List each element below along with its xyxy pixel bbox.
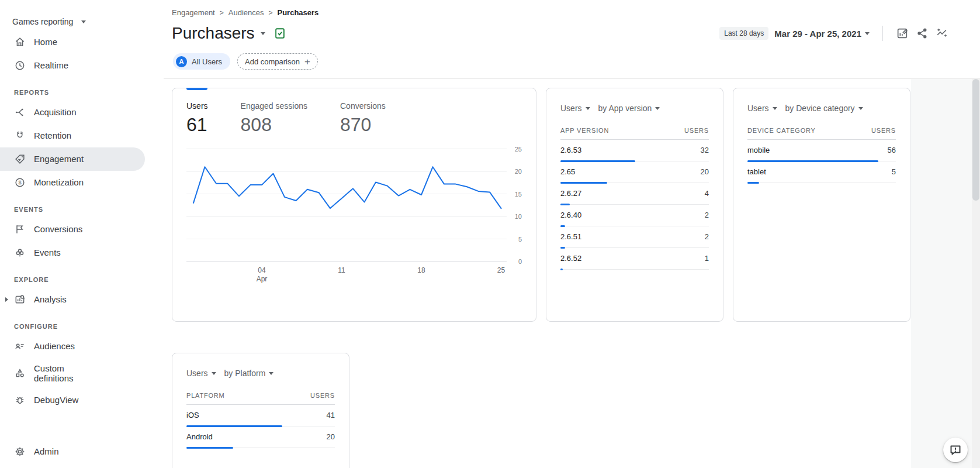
feedback-bubble-icon <box>948 443 962 457</box>
metric-label: Engaged sessions <box>241 101 307 111</box>
sidebar-item-label: Monetization <box>34 177 84 187</box>
dollar-circle-icon: $ <box>14 177 26 188</box>
add-comparison-label: Add comparison <box>245 57 300 66</box>
chevron-right-icon: > <box>220 9 224 17</box>
insights-button[interactable] <box>932 25 952 42</box>
tag-heart-icon <box>14 153 26 165</box>
metric-tab-users[interactable]: Users 61 <box>186 101 208 136</box>
bar <box>186 447 233 449</box>
right-gutter <box>911 79 980 468</box>
metric-tab-conversions[interactable]: Conversions 870 <box>340 101 386 136</box>
scrollbar-thumb[interactable] <box>972 79 979 201</box>
dimension-selector[interactable]: by App version <box>598 104 660 113</box>
table-row: 2.6.512 <box>560 226 709 248</box>
sidebar-item-label: DebugView <box>34 395 78 405</box>
customize-report-button[interactable] <box>892 25 912 42</box>
dimension-selector-label: by Device category <box>785 104 855 113</box>
add-comparison-button[interactable]: Add comparison + <box>237 53 318 70</box>
sidebar-item-home[interactable]: Home <box>0 30 145 54</box>
table-row: 2.6.402 <box>560 205 709 226</box>
users-value: 41 <box>327 411 335 419</box>
metric-selector[interactable]: Users <box>747 104 777 113</box>
clock-icon <box>14 60 26 71</box>
dimension-selector[interactable]: by Device category <box>785 104 863 113</box>
breadcrumb-engagement[interactable]: Engagement <box>172 8 215 17</box>
users-by-device-category-card: Users by Device category DEVICE CATEGORY… <box>733 88 910 322</box>
sidebar-item-audiences[interactable]: Audiences <box>0 335 145 358</box>
property-selector[interactable]: Games reporting <box>0 0 159 30</box>
dimension-value: 2.6.53 <box>560 146 581 154</box>
sidebar-item-label: Admin <box>34 446 59 456</box>
sidebar-item-realtime[interactable]: Realtime <box>0 54 145 77</box>
sidebar-item-label: Realtime <box>34 60 68 70</box>
column-header-dimension: PLATFORM <box>186 392 224 399</box>
svg-text:0: 0 <box>518 258 522 265</box>
audiences-icon <box>14 340 26 352</box>
scrollbar-track[interactable] <box>972 79 980 468</box>
date-range-value[interactable]: Mar 29 - Apr 25, 2021 <box>774 29 870 39</box>
sidebar-item-engagement[interactable]: Engagement <box>0 147 145 171</box>
dropdown-caret-icon <box>81 20 86 23</box>
metric-selector-label: Users <box>747 104 769 113</box>
bug-icon <box>14 394 26 406</box>
sidebar-section-reports: REPORTS <box>0 85 159 99</box>
users-value: 5 <box>892 167 896 176</box>
sidebar-item-label: Conversions <box>34 224 82 234</box>
metric-label: Conversions <box>340 101 386 111</box>
sidebar-item-events[interactable]: Events <box>0 241 145 264</box>
all-users-comparison-chip[interactable]: A All Users <box>173 53 230 70</box>
svg-text:25: 25 <box>497 266 505 274</box>
dimension-selector-label: by Platform <box>224 369 266 378</box>
users-value: 20 <box>327 432 335 441</box>
table-row: 2.6.5332 <box>560 140 709 161</box>
toolbar-bottom-divider <box>164 78 980 79</box>
dimension-selector[interactable]: by Platform <box>224 369 274 378</box>
column-header-users: USERS <box>871 127 896 134</box>
acquisition-icon <box>14 106 26 118</box>
users-value: 4 <box>705 189 709 198</box>
breadcrumb-purchasers: Purchasers <box>277 8 318 17</box>
expand-arrow-icon[interactable] <box>5 297 8 302</box>
sidebar: Games reporting Home Realtime REPORTS Ac… <box>0 0 159 468</box>
date-range-control[interactable]: Last 28 days Mar 29 - Apr 25, 2021 <box>719 25 952 42</box>
sidebar-item-retention[interactable]: Retention <box>0 124 145 147</box>
sidebar-item-label: Analysis <box>34 294 67 304</box>
report-saved-icon[interactable] <box>273 27 286 40</box>
title-dropdown-caret-icon[interactable] <box>261 32 265 35</box>
plus-icon: + <box>304 57 310 67</box>
users-value: 32 <box>701 146 709 154</box>
date-range-text: Mar 29 - Apr 25, 2021 <box>774 29 861 39</box>
users-value: 2 <box>705 211 709 219</box>
breadcrumb: Engagement > Audiences > Purchasers <box>164 0 980 17</box>
table-header: PLATFORM USERS <box>186 392 335 405</box>
dimension-table: 2.6.53322.65202.6.2742.6.4022.6.5122.6.5… <box>560 140 709 270</box>
sidebar-item-label: Engagement <box>34 154 84 164</box>
share-button[interactable] <box>912 25 932 42</box>
sidebar-item-debugview[interactable]: DebugView <box>0 388 145 412</box>
metric-selector[interactable]: Users <box>186 369 216 378</box>
sidebar-item-conversions[interactable]: Conversions <box>0 218 145 241</box>
metric-value: 808 <box>241 114 307 136</box>
dimension-value: Android <box>186 432 213 441</box>
metric-tab-engaged-sessions[interactable]: Engaged sessions 808 <box>241 101 307 136</box>
comparison-label: All Users <box>192 57 222 66</box>
feedback-button[interactable] <box>943 438 968 462</box>
sidebar-item-acquisition[interactable]: Acquisition <box>0 101 145 124</box>
column-header-dimension: DEVICE CATEGORY <box>747 127 816 134</box>
sidebar-item-analysis[interactable]: Analysis <box>0 288 145 311</box>
flag-icon <box>14 223 26 235</box>
svg-text:20: 20 <box>515 168 522 175</box>
users-value: 20 <box>701 167 709 176</box>
breadcrumb-audiences[interactable]: Audiences <box>228 8 264 17</box>
sidebar-item-monetization[interactable]: $ Monetization <box>0 171 145 194</box>
column-header-users: USERS <box>684 127 709 134</box>
sidebar-section-explore: EXPLORE <box>0 273 159 287</box>
sidebar-item-custom-definitions[interactable]: Custom definitions <box>0 358 145 388</box>
svg-text:10: 10 <box>515 213 522 220</box>
sidebar-item-admin[interactable]: Admin <box>0 440 145 463</box>
table-row: 2.6.274 <box>560 183 709 205</box>
table-row: 2.6.521 <box>560 248 709 270</box>
metric-selector[interactable]: Users <box>560 104 590 113</box>
events-icon <box>14 247 26 259</box>
dimension-value: iOS <box>186 411 199 419</box>
